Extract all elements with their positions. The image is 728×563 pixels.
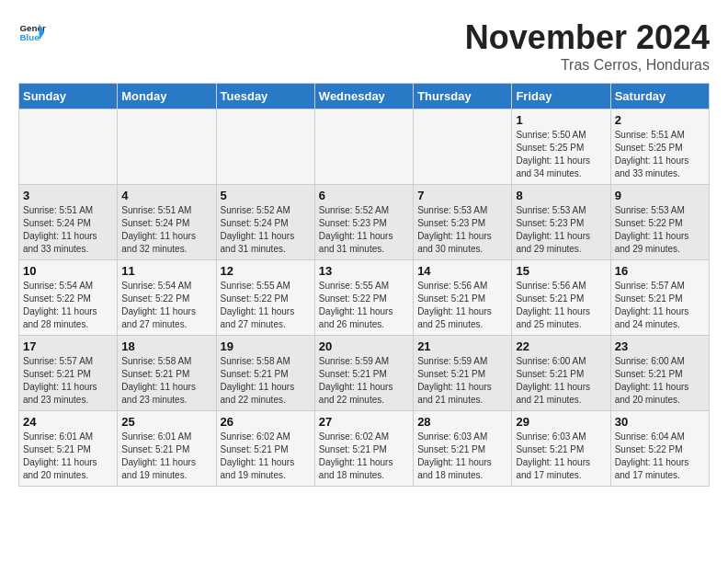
day-number: 9	[615, 189, 705, 202]
day-number: 1	[516, 113, 606, 127]
day-info: Sunrise: 5:55 AM Sunset: 5:22 PM Dayligh…	[221, 280, 311, 331]
day-info: Sunrise: 5:50 AM Sunset: 5:25 PM Dayligh…	[516, 129, 606, 180]
day-info: Sunrise: 6:01 AM Sunset: 5:21 PM Dayligh…	[121, 431, 211, 482]
day-number: 23	[615, 339, 705, 353]
calendar-week-row: 24Sunrise: 6:01 AM Sunset: 5:21 PM Dayli…	[19, 411, 710, 487]
day-number: 30	[615, 415, 705, 429]
day-number: 7	[417, 189, 507, 202]
day-info: Sunrise: 6:03 AM Sunset: 5:21 PM Dayligh…	[516, 431, 606, 482]
day-info: Sunrise: 5:54 AM Sunset: 5:22 PM Dayligh…	[23, 280, 113, 331]
day-number: 26	[221, 415, 311, 429]
weekday-header: Friday	[512, 84, 610, 109]
day-info: Sunrise: 5:58 AM Sunset: 5:21 PM Dayligh…	[221, 355, 311, 407]
day-info: Sunrise: 5:57 AM Sunset: 5:21 PM Dayligh…	[615, 280, 705, 331]
day-info: Sunrise: 5:55 AM Sunset: 5:22 PM Dayligh…	[319, 280, 409, 331]
calendar-cell: 11Sunrise: 5:54 AM Sunset: 5:22 PM Dayli…	[118, 260, 216, 336]
day-number: 2	[615, 113, 705, 127]
day-number: 8	[516, 189, 606, 202]
day-number: 17	[23, 339, 113, 353]
day-number: 21	[417, 339, 507, 353]
calendar-cell: 16Sunrise: 5:57 AM Sunset: 5:21 PM Dayli…	[610, 260, 709, 336]
page-header: General Blue November 2024 Tras Cerros, …	[18, 18, 710, 74]
calendar-week-row: 3Sunrise: 5:51 AM Sunset: 5:24 PM Daylig…	[19, 185, 710, 260]
calendar-table: SundayMondayTuesdayWednesdayThursdayFrid…	[18, 83, 710, 487]
day-number: 14	[417, 264, 507, 278]
day-info: Sunrise: 6:03 AM Sunset: 5:21 PM Dayligh…	[417, 431, 507, 482]
day-number: 20	[319, 339, 409, 353]
weekday-header: Wednesday	[314, 84, 413, 109]
calendar-cell: 7Sunrise: 5:53 AM Sunset: 5:23 PM Daylig…	[414, 185, 512, 260]
day-number: 29	[516, 415, 606, 429]
calendar-cell: 9Sunrise: 5:53 AM Sunset: 5:22 PM Daylig…	[610, 185, 709, 260]
calendar-cell	[414, 109, 512, 185]
day-info: Sunrise: 5:54 AM Sunset: 5:22 PM Dayligh…	[121, 280, 211, 331]
day-info: Sunrise: 5:51 AM Sunset: 5:24 PM Dayligh…	[121, 204, 211, 256]
day-number: 15	[516, 264, 606, 278]
calendar-cell: 27Sunrise: 6:02 AM Sunset: 5:21 PM Dayli…	[314, 411, 413, 487]
day-number: 13	[319, 264, 409, 278]
day-number: 6	[319, 189, 409, 202]
day-number: 27	[319, 415, 409, 429]
calendar-week-row: 10Sunrise: 5:54 AM Sunset: 5:22 PM Dayli…	[19, 260, 710, 336]
title-block: November 2024 Tras Cerros, Honduras	[465, 18, 710, 74]
calendar-body: 1Sunrise: 5:50 AM Sunset: 5:25 PM Daylig…	[19, 109, 710, 487]
logo-icon: General Blue	[18, 18, 46, 46]
calendar-week-row: 1Sunrise: 5:50 AM Sunset: 5:25 PM Daylig…	[19, 109, 710, 185]
svg-text:Blue: Blue	[20, 32, 40, 42]
day-number: 10	[23, 264, 113, 278]
calendar-cell: 1Sunrise: 5:50 AM Sunset: 5:25 PM Daylig…	[512, 109, 610, 185]
day-info: Sunrise: 5:58 AM Sunset: 5:21 PM Dayligh…	[121, 355, 211, 407]
day-info: Sunrise: 5:52 AM Sunset: 5:24 PM Dayligh…	[221, 204, 311, 256]
calendar-cell: 30Sunrise: 6:04 AM Sunset: 5:22 PM Dayli…	[610, 411, 709, 487]
calendar-cell	[19, 109, 118, 185]
day-number: 18	[121, 339, 211, 353]
weekday-header: Saturday	[610, 84, 709, 109]
day-info: Sunrise: 5:59 AM Sunset: 5:21 PM Dayligh…	[417, 355, 507, 407]
day-info: Sunrise: 5:51 AM Sunset: 5:24 PM Dayligh…	[23, 204, 113, 256]
calendar-cell: 20Sunrise: 5:59 AM Sunset: 5:21 PM Dayli…	[314, 336, 413, 411]
day-number: 3	[23, 189, 113, 202]
weekday-header: Thursday	[414, 84, 512, 109]
calendar-cell: 26Sunrise: 6:02 AM Sunset: 5:21 PM Dayli…	[216, 411, 314, 487]
day-info: Sunrise: 6:02 AM Sunset: 5:21 PM Dayligh…	[319, 431, 409, 482]
calendar-cell	[216, 109, 314, 185]
calendar-cell: 19Sunrise: 5:58 AM Sunset: 5:21 PM Dayli…	[216, 336, 314, 411]
day-info: Sunrise: 6:01 AM Sunset: 5:21 PM Dayligh…	[23, 431, 113, 482]
calendar-cell: 22Sunrise: 6:00 AM Sunset: 5:21 PM Dayli…	[512, 336, 610, 411]
day-number: 19	[221, 339, 311, 353]
calendar-cell: 24Sunrise: 6:01 AM Sunset: 5:21 PM Dayli…	[19, 411, 118, 487]
calendar-cell: 21Sunrise: 5:59 AM Sunset: 5:21 PM Dayli…	[414, 336, 512, 411]
calendar-cell: 29Sunrise: 6:03 AM Sunset: 5:21 PM Dayli…	[512, 411, 610, 487]
calendar-cell: 15Sunrise: 5:56 AM Sunset: 5:21 PM Dayli…	[512, 260, 610, 336]
calendar-week-row: 17Sunrise: 5:57 AM Sunset: 5:21 PM Dayli…	[19, 336, 710, 411]
day-number: 12	[221, 264, 311, 278]
day-info: Sunrise: 5:52 AM Sunset: 5:23 PM Dayligh…	[319, 204, 409, 256]
calendar-cell: 2Sunrise: 5:51 AM Sunset: 5:25 PM Daylig…	[610, 109, 709, 185]
day-info: Sunrise: 6:00 AM Sunset: 5:21 PM Dayligh…	[615, 355, 705, 407]
day-info: Sunrise: 6:02 AM Sunset: 5:21 PM Dayligh…	[221, 431, 311, 482]
calendar-cell: 18Sunrise: 5:58 AM Sunset: 5:21 PM Dayli…	[118, 336, 216, 411]
day-info: Sunrise: 5:53 AM Sunset: 5:23 PM Dayligh…	[417, 204, 507, 256]
day-number: 24	[23, 415, 113, 429]
day-info: Sunrise: 6:00 AM Sunset: 5:21 PM Dayligh…	[516, 355, 606, 407]
day-number: 4	[121, 189, 211, 202]
day-info: Sunrise: 5:56 AM Sunset: 5:21 PM Dayligh…	[516, 280, 606, 331]
weekday-header: Sunday	[19, 84, 118, 109]
calendar-cell: 4Sunrise: 5:51 AM Sunset: 5:24 PM Daylig…	[118, 185, 216, 260]
calendar-cell: 8Sunrise: 5:53 AM Sunset: 5:23 PM Daylig…	[512, 185, 610, 260]
day-number: 16	[615, 264, 705, 278]
calendar-cell: 17Sunrise: 5:57 AM Sunset: 5:21 PM Dayli…	[19, 336, 118, 411]
calendar-cell: 12Sunrise: 5:55 AM Sunset: 5:22 PM Dayli…	[216, 260, 314, 336]
calendar-cell: 25Sunrise: 6:01 AM Sunset: 5:21 PM Dayli…	[118, 411, 216, 487]
weekday-header: Tuesday	[216, 84, 314, 109]
day-number: 11	[121, 264, 211, 278]
calendar-cell: 28Sunrise: 6:03 AM Sunset: 5:21 PM Dayli…	[414, 411, 512, 487]
calendar-cell: 10Sunrise: 5:54 AM Sunset: 5:22 PM Dayli…	[19, 260, 118, 336]
day-number: 28	[417, 415, 507, 429]
calendar-cell: 13Sunrise: 5:55 AM Sunset: 5:22 PM Dayli…	[314, 260, 413, 336]
location-subtitle: Tras Cerros, Honduras	[465, 57, 710, 74]
weekday-header: Monday	[118, 84, 216, 109]
day-info: Sunrise: 5:57 AM Sunset: 5:21 PM Dayligh…	[23, 355, 113, 407]
calendar-cell	[118, 109, 216, 185]
calendar-cell: 6Sunrise: 5:52 AM Sunset: 5:23 PM Daylig…	[314, 185, 413, 260]
